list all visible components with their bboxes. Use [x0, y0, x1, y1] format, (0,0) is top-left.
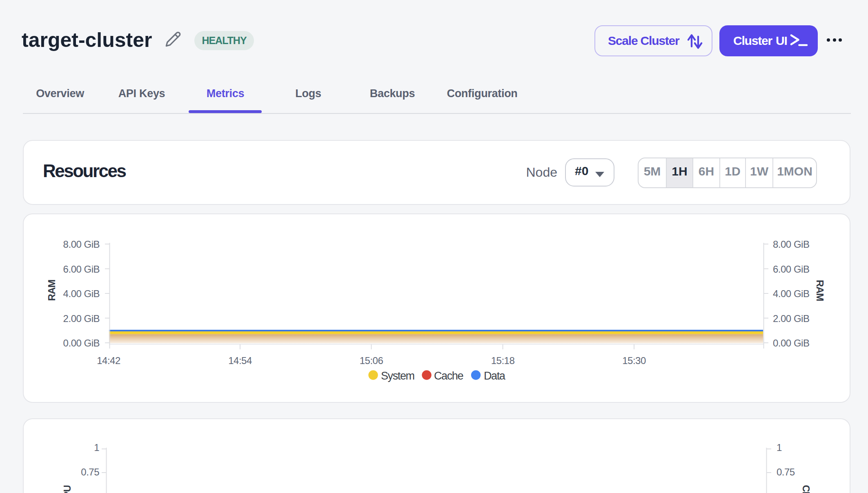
svg-text:15:18: 15:18: [491, 355, 515, 366]
svg-text:14:42: 14:42: [97, 355, 120, 366]
svg-text:Cache: Cache: [434, 370, 463, 382]
svg-text:4.00 GiB: 4.00 GiB: [773, 288, 809, 299]
svg-text:RAM: RAM: [815, 280, 826, 301]
svg-text:8.00 GiB: 8.00 GiB: [773, 239, 809, 250]
svg-text:2.00 GiB: 2.00 GiB: [773, 313, 809, 324]
svg-text:2.00 GiB: 2.00 GiB: [63, 313, 100, 324]
svg-text:14:54: 14:54: [228, 355, 252, 366]
svg-text:Data: Data: [484, 370, 506, 382]
svg-text:0.00 GiB: 0.00 GiB: [773, 338, 809, 349]
svg-text:15:30: 15:30: [622, 355, 646, 366]
svg-text:CPU: CPU: [62, 485, 73, 493]
svg-text:6.00 GiB: 6.00 GiB: [63, 264, 100, 275]
svg-text:6.00 GiB: 6.00 GiB: [773, 264, 809, 275]
svg-text:CPU: CPU: [801, 485, 812, 493]
svg-text:4.00 GiB: 4.00 GiB: [63, 288, 100, 299]
svg-text:0.75: 0.75: [777, 466, 795, 477]
svg-text:1: 1: [94, 442, 99, 453]
svg-text:0.75: 0.75: [81, 466, 99, 477]
svg-text:0.00 GiB: 0.00 GiB: [63, 338, 100, 349]
svg-text:RAM: RAM: [46, 280, 57, 301]
svg-text:15:06: 15:06: [360, 355, 383, 366]
svg-text:1: 1: [777, 442, 782, 453]
svg-text:System: System: [381, 370, 414, 382]
svg-text:8.00 GiB: 8.00 GiB: [63, 239, 100, 250]
